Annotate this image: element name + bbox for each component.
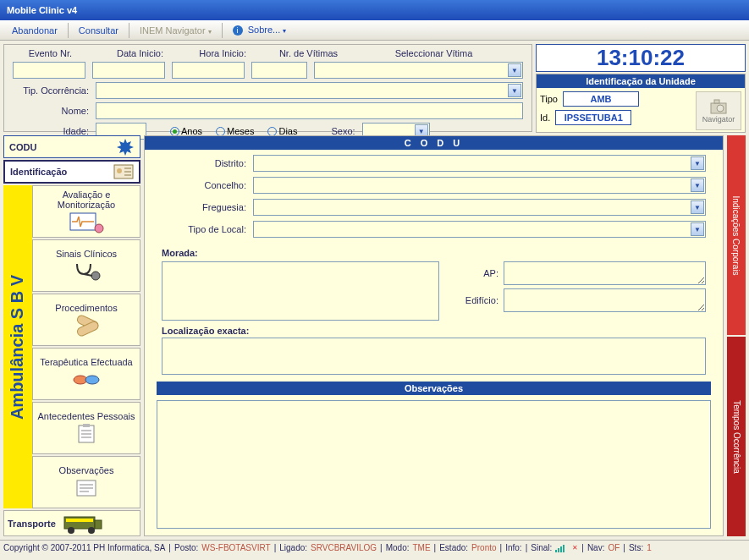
stethoscope-icon	[69, 261, 104, 283]
sidebar-observacoes[interactable]: Observações	[32, 456, 140, 508]
svg-line-11	[84, 274, 92, 276]
hora-inicio-input[interactable]	[172, 62, 245, 79]
svg-rect-29	[66, 519, 93, 522]
label-tipo-local: Tipo de Local:	[162, 224, 246, 234]
sidebar-antecedentes[interactable]: Antecedentes Pessoais	[32, 402, 140, 454]
svg-point-15	[85, 376, 99, 384]
header-fields: Evento Nr. Data Inicio: Hora Inicio: Nr.…	[3, 44, 532, 132]
status-nav: OF	[608, 543, 620, 552]
section-header-codu: C O D U	[145, 136, 723, 150]
bandage-icon	[69, 315, 104, 337]
svg-rect-1	[714, 100, 719, 103]
svg-rect-30	[555, 550, 557, 552]
evento-nr-input[interactable]	[13, 62, 85, 79]
label-freguesia: Freguesia:	[162, 202, 246, 212]
ambulance-icon	[61, 512, 103, 535]
label-nr-vitimas: Nr. de Vítimas	[253, 48, 338, 58]
nr-vitimas-input[interactable]	[251, 62, 307, 79]
chevron-down-icon: ▼	[508, 84, 521, 97]
localizacao-textarea[interactable]	[162, 338, 706, 375]
clock: 13:10:22	[536, 44, 746, 72]
svg-point-10	[91, 272, 100, 280]
sidebar-sinais[interactable]: Sinais Clínicos	[32, 239, 140, 292]
status-bar: Copyright © 2007-2011 PH Informatica, SA…	[0, 540, 749, 555]
sidebar-avaliacao[interactable]: Avaliação e Monitorização	[32, 185, 140, 238]
chevron-down-icon: ▼	[691, 200, 704, 214]
svg-rect-17	[83, 424, 90, 427]
svg-point-2	[717, 105, 724, 112]
status-modo: TME	[412, 543, 430, 552]
ambulance-strip: Ambulância S B V	[3, 185, 32, 508]
tipo-local-dropdown[interactable]: ▼	[253, 221, 706, 238]
radio-icon	[216, 127, 225, 136]
sidebar-codu[interactable]: CODU	[3, 135, 140, 158]
distrito-dropdown[interactable]: ▼	[253, 155, 706, 172]
svg-rect-26	[95, 520, 102, 529]
label-tip-ocorrencia: Tip. Ocorrência:	[13, 85, 89, 96]
label-concelho: Concelho:	[162, 180, 246, 190]
label-id: Id.	[540, 113, 550, 123]
sidebar-identificacao[interactable]: Identificação	[3, 160, 140, 184]
section-header-obs: Observações	[157, 382, 711, 395]
unit-box: Identificação da Unidade Tipo AMB Id. IP…	[536, 74, 746, 133]
nome-input[interactable]	[96, 102, 523, 119]
sidebar-procedimentos[interactable]: Procedimentos	[32, 294, 140, 346]
medical-star-icon	[116, 138, 135, 156]
label-ap: AP:	[448, 268, 498, 278]
label-distrito: Distrito:	[162, 158, 246, 168]
window-title: Mobile Clinic v4	[7, 5, 77, 15]
tab-tempos-ocorrencia[interactable]: Tempos Ocorrência	[727, 337, 746, 536]
label-nome: Nome:	[13, 106, 89, 116]
label-data-inicio: Data Inicio:	[79, 48, 163, 58]
status-posto: WS-FBOTASVIRT	[201, 543, 270, 552]
tab-indicacoes-corporais[interactable]: Indicações Corporais	[727, 135, 746, 335]
morada-textarea[interactable]	[162, 261, 439, 321]
data-inicio-input[interactable]	[92, 62, 165, 79]
label-hora-inicio: Hora Inicio:	[170, 48, 246, 58]
svg-point-4	[117, 168, 122, 173]
id-card-icon	[113, 164, 134, 179]
menu-consultar[interactable]: Consultar	[70, 23, 127, 38]
chevron-down-icon: ▼	[691, 156, 704, 170]
label-morada: Morada:	[162, 248, 198, 258]
menu-inem-navigator[interactable]: INEM Navigator ▾	[131, 23, 220, 38]
pills-icon	[69, 369, 104, 391]
svg-rect-33	[563, 545, 565, 552]
label-tipo: Tipo	[540, 94, 558, 104]
radio-icon	[267, 127, 277, 136]
menu-bar: Abandonar Consultar INEM Navigator ▾ i S…	[0, 20, 749, 41]
status-estado: Pronto	[471, 543, 496, 552]
camera-icon	[708, 98, 729, 115]
main-content: C O D U Distrito: ▼ Concelho: ▼ Freguesi…	[144, 135, 724, 536]
label-sel-vitima: Seleccionar Vítima	[344, 48, 523, 58]
menu-sobre[interactable]: i Sobre... ▾	[224, 22, 295, 38]
svg-rect-31	[558, 548, 559, 552]
sel-vitima-dropdown[interactable]: ▼	[314, 62, 523, 79]
svg-rect-32	[560, 546, 562, 552]
label-edificio: Edifício:	[448, 295, 498, 305]
observacoes-textarea[interactable]	[157, 400, 711, 529]
edificio-input[interactable]	[504, 288, 706, 312]
info-icon: i	[233, 25, 243, 36]
concelho-dropdown[interactable]: ▼	[253, 177, 706, 194]
unit-title: Identificação da Unidade	[537, 74, 745, 88]
freguesia-dropdown[interactable]: ▼	[253, 199, 706, 216]
notes-icon	[69, 477, 104, 499]
chevron-down-icon: ▼	[508, 63, 521, 77]
sidebar-terapeutica[interactable]: Terapêutica Efectuada	[32, 348, 140, 400]
chevron-down-icon: ▼	[691, 178, 704, 192]
chevron-down-icon: ▼	[691, 222, 704, 236]
tip-ocorrencia-dropdown[interactable]: ▼	[96, 82, 523, 99]
monitor-icon	[69, 211, 104, 233]
ap-input[interactable]	[504, 261, 706, 285]
tipo-value: AMB	[563, 91, 639, 107]
sidebar-transporte[interactable]: Transporte	[3, 510, 140, 536]
label-localizacao: Localização exacta:	[162, 326, 249, 336]
navigator-button[interactable]: Navigator	[696, 91, 741, 130]
menu-abandonar[interactable]: Abandonar	[3, 23, 66, 38]
svg-point-27	[68, 527, 74, 534]
id-value: IPSSETUBA1	[555, 110, 631, 125]
signal-icon	[555, 544, 569, 552]
status-sts: 1	[647, 543, 652, 552]
svg-point-9	[95, 224, 103, 233]
